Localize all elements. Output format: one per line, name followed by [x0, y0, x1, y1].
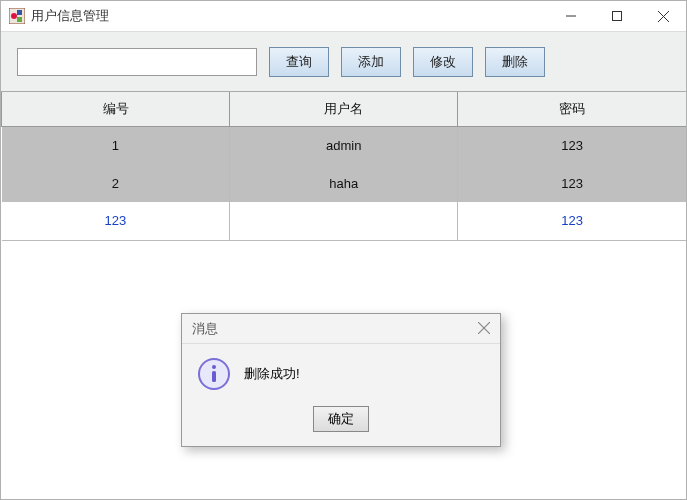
titlebar: 用户信息管理 [1, 1, 686, 32]
edit-button[interactable]: 修改 [413, 47, 473, 77]
svg-point-11 [212, 365, 216, 369]
cell-id: 1 [2, 126, 230, 164]
query-button[interactable]: 查询 [269, 47, 329, 77]
info-icon [198, 358, 230, 390]
col-username[interactable]: 用户名 [230, 92, 458, 126]
close-button[interactable] [640, 1, 686, 31]
window-title: 用户信息管理 [31, 7, 548, 25]
svg-rect-2 [17, 10, 22, 15]
svg-point-1 [11, 13, 17, 19]
dialog-message: 删除成功! [244, 365, 300, 383]
cell-username: admin [230, 126, 458, 164]
table-row[interactable]: 123 123 [2, 202, 687, 240]
search-input[interactable] [17, 48, 257, 76]
dialog-titlebar: 消息 [182, 314, 500, 344]
table-row[interactable]: 2 haha 123 [2, 164, 687, 202]
cell-id: 2 [2, 164, 230, 202]
cell-password: 123 [458, 126, 686, 164]
svg-rect-12 [212, 371, 216, 382]
ok-button[interactable]: 确定 [313, 406, 369, 432]
minimize-button[interactable] [548, 1, 594, 31]
svg-rect-5 [613, 12, 622, 21]
delete-button[interactable]: 删除 [485, 47, 545, 77]
add-button[interactable]: 添加 [341, 47, 401, 77]
col-id[interactable]: 编号 [2, 92, 230, 126]
dialog-close-icon[interactable] [478, 320, 490, 337]
main-window: 用户信息管理 查询 添加 修改 删除 编号 用户名 密码 [0, 0, 687, 500]
cell-id: 123 [2, 202, 230, 240]
svg-rect-3 [17, 17, 22, 22]
dialog-title: 消息 [192, 320, 478, 338]
message-dialog: 消息 删除成功! 确定 [181, 313, 501, 447]
cell-password: 123 [458, 164, 686, 202]
toolbar: 查询 添加 修改 删除 [1, 32, 686, 92]
dialog-body: 删除成功! [182, 344, 500, 398]
table-header-row: 编号 用户名 密码 [2, 92, 687, 126]
user-table: 编号 用户名 密码 1 admin 123 2 haha 123 123 [1, 92, 686, 241]
dialog-footer: 确定 [182, 398, 500, 446]
table-row[interactable]: 1 admin 123 [2, 126, 687, 164]
cell-password: 123 [458, 202, 686, 240]
cell-username [230, 202, 458, 240]
content-area: 编号 用户名 密码 1 admin 123 2 haha 123 123 [1, 92, 686, 499]
col-password[interactable]: 密码 [458, 92, 686, 126]
app-icon [9, 8, 25, 24]
maximize-button[interactable] [594, 1, 640, 31]
cell-username: haha [230, 164, 458, 202]
